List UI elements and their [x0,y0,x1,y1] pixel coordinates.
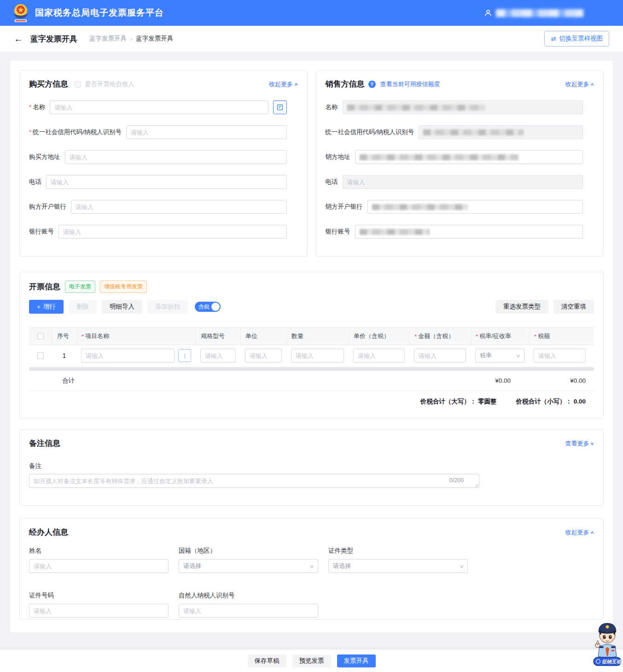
plus-icon: + [37,304,41,310]
delete-row-button: 删除 [69,300,97,314]
unit-input[interactable] [245,349,282,362]
amount-input[interactable] [414,349,466,362]
seller-collapse-link[interactable]: 收起更多 ∧ [565,80,594,88]
help-icon[interactable]: ? [368,81,376,88]
issue-invoice-button[interactable]: 发票开具 [337,654,376,667]
tax-rate-select[interactable]: 税率 ∨ [475,349,524,362]
remarks-section-title: 备注信息 [29,438,60,449]
buyer-info-card: 购买方信息 是否开票给自然人 收起更多 ∧ *名称 *统一社会信用代码/纳税人 [19,70,308,257]
buyer-bank-input[interactable] [71,200,287,214]
chevron-up-icon: ∧ [590,82,595,87]
unit-price-input[interactable] [353,349,405,362]
redacted-value [360,154,518,160]
detail-import-button[interactable]: 明细导入 [102,300,142,314]
tax-emblem-icon [12,3,29,23]
row-index: 1 [52,352,76,359]
buyer-name-input[interactable] [50,100,268,114]
seller-section-title: 销售方信息 [326,79,365,89]
grand-lower-label: 价税合计（小写）： [516,398,572,405]
address-book-icon [277,104,283,111]
main-content: 购买方信息 是否开票给自然人 收起更多 ∧ *名称 *统一社会信用代码/纳税人 [10,61,613,632]
row-checkbox[interactable] [37,352,44,359]
seller-phone-label: 电话 [326,178,338,186]
redacted-value [372,204,468,210]
buyer-collapse-link[interactable]: 收起更多 ∧ [269,80,298,88]
toggle-knob [211,303,220,311]
save-draft-button[interactable]: 保存草稿 [248,654,286,667]
remarks-more-link[interactable]: 查看更多 ∨ [565,439,594,448]
resize-grip[interactable] [474,484,478,488]
col-index: 序号 [52,328,76,345]
tag-vat-special-invoice: 增值税专用发票 [100,280,147,293]
quantity-input[interactable] [291,349,344,362]
required-mark: * [476,333,478,340]
item-name-input[interactable] [81,349,175,362]
buyer-select-company-button[interactable] [273,100,287,114]
invoice-info-card: 开票信息 电子发票 增值税专用发票 + 增行 删除 明细导入 添加折扣 含税 重… [19,272,604,419]
breadcrumb-item[interactable]: 蓝字发票开具 [89,35,127,43]
breadcrumb-separator: › [130,35,132,42]
seller-taxid-value [419,125,583,139]
buyer-phone-input[interactable] [46,175,287,189]
agent-id-number-input[interactable] [29,604,169,618]
buyer-phone-label: 电话 [29,178,41,186]
chevron-down-icon: ∨ [459,564,464,569]
agent-nationality-label: 国籍（地区） [179,547,318,555]
clear-refill-button[interactable]: 清空重填 [553,300,594,314]
col-unit-price: 单价（含税） [349,328,409,345]
spec-input[interactable] [200,349,236,362]
tax-total: ¥0.00 [570,377,586,384]
seller-info-card: 销售方信息 ? 查看当前可用授信额度 收起更多 ∧ 名称 统一社会信用代码/纳税… [316,70,604,257]
remarks-card: 备注信息 查看更多 ∨ 备注 0/200 [19,429,604,506]
username-redacted[interactable] [496,9,583,17]
credit-quota-link[interactable]: 查看当前可用授信额度 [380,80,440,88]
breadcrumb: 蓝字发票开具 › 蓝字发票开具 [89,35,173,43]
buyer-taxid-input[interactable] [126,125,286,139]
natural-person-checkbox[interactable] [75,81,81,88]
assistant-mascot[interactable]: 征纳互动 [593,611,622,667]
mascot-badge-text: 征纳互动 [602,659,622,664]
seller-phone-input [343,175,583,189]
seller-address-input[interactable] [355,150,583,164]
reselect-invoice-type-button[interactable]: 重选发票类型 [495,300,548,314]
agent-collapse-link[interactable]: 收起更多 ∧ [565,528,594,537]
agent-id-number-label: 证件号码 [29,591,169,600]
required-mark: * [29,104,31,111]
seller-bank-input[interactable] [367,200,583,214]
chevron-up-icon: ∧ [294,82,298,87]
back-arrow-icon[interactable]: ← [14,34,23,43]
agent-taxpayer-id-input[interactable] [179,604,318,618]
tax-amount-input[interactable] [534,349,586,362]
item-more-options-button[interactable]: ⋮ [178,349,191,362]
agent-id-type-select[interactable]: 请选择 ∨ [328,559,468,573]
redacted-value [360,229,430,235]
agent-nationality-select[interactable]: 请选择 ∨ [179,559,318,573]
agent-taxpayer-id-label: 自然人纳税人识别号 [179,591,318,600]
col-tax-amount: *税额 [529,328,590,345]
switch-view-button[interactable]: ⇄ 切换至票样视图 [544,31,609,47]
col-amount: *金额（含税） [409,328,471,345]
col-spec: 规格型号 [196,328,240,345]
totals-row: 合计 ¥0.00 ¥0.00 [29,371,594,391]
tax-included-toggle[interactable]: 含税 [195,302,221,312]
redacted-value [347,105,485,111]
select-all-checkbox[interactable] [37,333,44,339]
invoice-section-title: 开票信息 [29,281,60,292]
add-row-button[interactable]: + 增行 [29,300,64,314]
preview-invoice-button[interactable]: 预览发票 [292,654,331,667]
app-title: 国家税务总局电子发票服务平台 [35,7,164,19]
redacted-value [423,129,524,135]
required-mark: * [534,333,536,340]
buyer-account-input[interactable] [58,225,287,239]
remarks-textarea[interactable] [29,474,479,488]
add-discount-button: 添加折扣 [147,300,188,314]
buyer-address-input[interactable] [65,150,287,164]
col-unit: 单位 [240,328,286,345]
seller-bank-label: 销方开户银行 [326,203,363,211]
chevron-up-icon: ∧ [590,530,595,535]
seller-account-input[interactable] [355,225,583,239]
horizontal-scrollbar[interactable] [29,367,594,371]
agent-name-input[interactable] [29,559,169,573]
totals-label: 合计 [62,377,75,385]
chevron-down-icon: ∨ [590,441,595,446]
